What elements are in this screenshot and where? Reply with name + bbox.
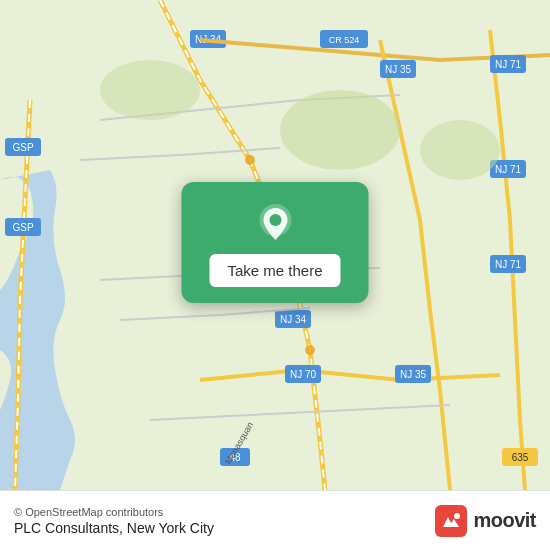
svg-point-37 — [454, 513, 460, 519]
location-label: PLC Consultants, New York City — [14, 520, 214, 536]
svg-text:NJ 34: NJ 34 — [280, 314, 307, 325]
svg-text:GSP: GSP — [12, 222, 33, 233]
bottom-bar: © OpenStreetMap contributors PLC Consult… — [0, 490, 550, 550]
svg-point-29 — [100, 60, 200, 120]
moovit-brand-icon — [435, 505, 467, 537]
svg-text:NJ 71: NJ 71 — [495, 259, 522, 270]
svg-point-28 — [280, 90, 400, 170]
svg-text:NJ 70: NJ 70 — [290, 369, 317, 380]
map-container: GSP GSP NJ 34 NJ 34 CR 524 NJ 35 NJ 71 N… — [0, 0, 550, 490]
take-me-there-button[interactable]: Take me there — [209, 254, 340, 287]
svg-text:NJ 71: NJ 71 — [495, 59, 522, 70]
osm-attribution: © OpenStreetMap contributors — [14, 506, 214, 518]
svg-point-30 — [420, 120, 500, 180]
location-pin-icon — [253, 202, 297, 246]
svg-text:NJ 71: NJ 71 — [495, 164, 522, 175]
bottom-info: © OpenStreetMap contributors PLC Consult… — [14, 506, 214, 536]
svg-point-35 — [269, 214, 281, 226]
svg-text:635: 635 — [512, 452, 529, 463]
popup-card: Take me there — [181, 182, 368, 303]
moovit-brand-text: moovit — [473, 509, 536, 532]
svg-point-32 — [305, 345, 315, 355]
svg-text:CR 524: CR 524 — [329, 35, 360, 45]
svg-text:GSP: GSP — [12, 142, 33, 153]
svg-text:NJ 35: NJ 35 — [400, 369, 427, 380]
moovit-logo: moovit — [435, 505, 536, 537]
svg-rect-36 — [435, 505, 467, 537]
svg-point-31 — [245, 155, 255, 165]
svg-text:NJ 35: NJ 35 — [385, 64, 412, 75]
